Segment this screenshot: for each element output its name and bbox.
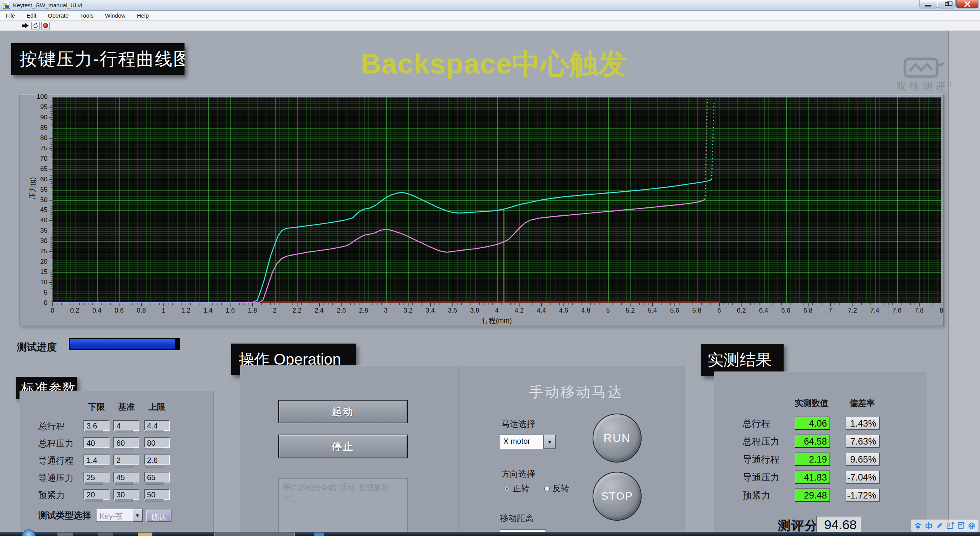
param-field-r4c0[interactable]: 20: [83, 489, 109, 500]
restore-button[interactable]: [938, 0, 956, 8]
status-message-box: 等待起动指令或 '起动' 按钮被按下......: [278, 478, 408, 532]
chevron-down-icon[interactable]: ▼: [132, 509, 143, 522]
y-tick-label: 0: [21, 299, 47, 307]
taskbar-folder-item[interactable]: [138, 533, 152, 536]
motor-select-label: 马达选择: [501, 419, 535, 430]
start-button[interactable]: 起动: [278, 400, 408, 423]
radio-reverse-label: 反转: [552, 483, 569, 494]
menu-file[interactable]: File: [0, 12, 21, 19]
logo-mark-icon: [900, 57, 949, 79]
param-field-r1c1[interactable]: 60: [113, 437, 139, 448]
notes-icon[interactable]: [957, 521, 965, 530]
paw-icon[interactable]: [914, 521, 922, 530]
measured-value-box: 41.83: [795, 471, 830, 484]
param-field-r0c2[interactable]: 4.4: [144, 420, 170, 431]
param-field-r1c2[interactable]: 80: [144, 437, 170, 448]
radio-forward[interactable]: 正转: [505, 483, 529, 494]
taskbar-active-item[interactable]: [214, 533, 295, 536]
param-field-r0c1[interactable]: 4: [113, 420, 139, 431]
menu-tools[interactable]: Tools: [74, 12, 99, 19]
param-field-r1c0[interactable]: 40: [83, 437, 109, 448]
run-button[interactable]: RUN: [593, 414, 642, 463]
minimize-icon: [925, 5, 931, 7]
result-row-label: 导通行程: [743, 453, 779, 466]
deviation-col-header: 偏差率: [839, 398, 885, 409]
y-tick-label: 75: [21, 145, 47, 152]
window-controls: [919, 0, 978, 9]
x-tick-label: 3: [374, 307, 397, 314]
menu-help[interactable]: Help: [131, 12, 155, 19]
motor-select-dropdown[interactable]: X motor ▼: [500, 435, 556, 449]
motor-select-value: X motor: [500, 435, 544, 449]
return-curve-tail: [705, 99, 707, 199]
run-continuous-icon[interactable]: [31, 22, 40, 29]
stop-button[interactable]: 停止: [278, 435, 408, 458]
x-axis-labels: 00.20.40.60.811.21.41.61.822.22.42.62.83…: [52, 306, 941, 315]
chevron-down-icon[interactable]: ▼: [544, 435, 556, 449]
x-tick-label: 4.4: [530, 307, 553, 314]
param-field-r0c0[interactable]: 3.6: [83, 420, 109, 431]
run-icon[interactable]: [21, 22, 30, 29]
press-curve-tail: [712, 103, 714, 179]
x-tick-label: 0.2: [63, 307, 86, 314]
menu-edit[interactable]: Edit: [21, 12, 42, 19]
chinese-input-icon[interactable]: [924, 521, 933, 530]
param-field-r4c2[interactable]: 50: [144, 489, 170, 500]
labview-vi-icon: [3, 2, 10, 9]
param-row-label: 总行程: [38, 420, 65, 432]
minimize-button[interactable]: [920, 0, 937, 8]
deviation-box: 9.65%: [846, 453, 880, 466]
x-tick-label: 4.6: [552, 307, 575, 314]
param-field-r2c1[interactable]: 2: [113, 455, 139, 465]
measured-col-header: 实测数值: [789, 398, 835, 409]
gear-icon[interactable]: [967, 521, 976, 530]
menu-operate[interactable]: Operate: [42, 12, 74, 19]
x-tick-label: 4.8: [574, 307, 597, 314]
radio-forward-label: 正转: [513, 483, 529, 494]
motor-stop-button[interactable]: STOP: [593, 472, 642, 521]
return-curve: [53, 199, 705, 303]
panel-right-strip: [948, 31, 980, 532]
abort-dot: [43, 23, 48, 28]
titlebar: Keytest_GW_manual_UI.vi: [0, 0, 980, 11]
close-button[interactable]: [956, 0, 978, 8]
param-field-r4c1[interactable]: 30: [113, 489, 139, 500]
y-axis-title: 压力(g): [28, 167, 37, 209]
distance-label: 移动距离: [500, 513, 534, 524]
x-tick-label: 4.2: [508, 307, 531, 314]
radio-reverse[interactable]: 反转: [544, 483, 569, 494]
x-tick-label: 5.2: [619, 307, 642, 314]
x-tick-label: 0.6: [108, 307, 131, 314]
result-row-label: 总程压力: [743, 435, 779, 448]
param-field-r3c2[interactable]: 65: [144, 472, 170, 482]
x-tick-label: 3.8: [463, 307, 486, 314]
y-tick-label: 40: [21, 217, 47, 224]
param-field-r2c2[interactable]: 2.6: [144, 455, 170, 465]
abort-icon[interactable]: [41, 22, 50, 29]
confirm-button[interactable]: 确认: [146, 510, 172, 522]
x-tick-label: 1.6: [219, 307, 242, 314]
x-tick-label: 7.4: [863, 307, 886, 314]
pencil-icon[interactable]: [935, 521, 944, 530]
deviation-box: 1.43%: [846, 417, 880, 430]
motor-section-title: 手动移动马达: [494, 383, 658, 402]
press-curve: [53, 179, 712, 302]
y-tick-label: 95: [21, 103, 47, 111]
measured-value-box: 29.48: [795, 489, 830, 502]
deviation-box: 7.63%: [846, 435, 880, 448]
x-tick-label: 3.4: [419, 307, 442, 314]
param-field-r3c0[interactable]: 25: [83, 472, 109, 482]
menubar: FileEditOperateToolsWindowHelp: [0, 11, 980, 21]
param-field-r3c1[interactable]: 45: [113, 472, 139, 482]
calendar-icon[interactable]: 1: [946, 521, 954, 530]
x-tick-label: 2.8: [352, 307, 375, 314]
param-field-r2c0[interactable]: 1.4: [83, 455, 109, 465]
deviation-box: -7.04%: [846, 471, 880, 484]
taskbar-item[interactable]: [57, 533, 73, 536]
taskbar-item[interactable]: [98, 533, 113, 536]
menu-window[interactable]: Window: [99, 12, 131, 19]
std-params-panel: 下限基准上限总行程3.644.4总程压力406080导通行程1.422.6导通压…: [20, 391, 214, 534]
x-tick-label: 6.6: [774, 307, 797, 314]
test-type-dropdown[interactable]: Key-茶▼: [96, 509, 143, 522]
taskbar-item[interactable]: [314, 533, 324, 536]
